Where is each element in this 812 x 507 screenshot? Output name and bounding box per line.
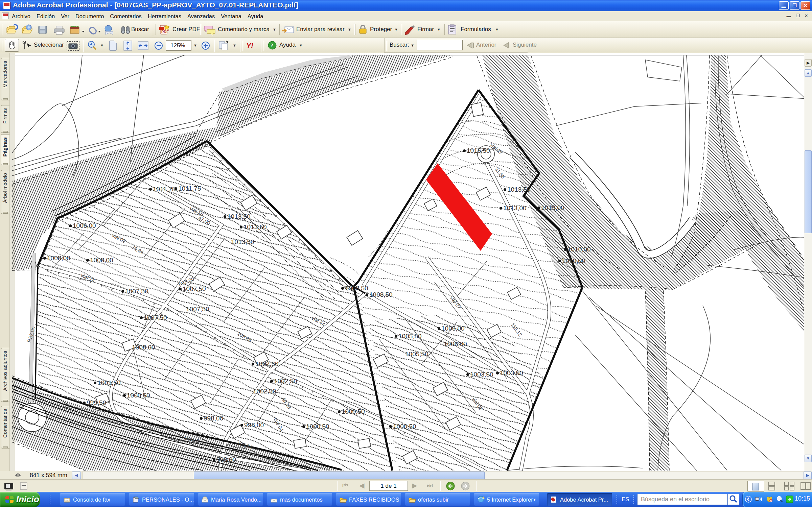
svg-text:1010,00: 1010,00 (567, 246, 591, 253)
svg-text:1002,50: 1002,50 (274, 378, 297, 385)
svg-text:PDF: PDF (161, 30, 169, 34)
svg-text:1005,50: 1005,50 (398, 333, 422, 340)
svg-text:1013,50: 1013,50 (231, 238, 254, 245)
svg-text:1008,00: 1008,00 (47, 255, 70, 262)
svg-text:1007,50: 1007,50 (144, 314, 167, 321)
svg-text:999,50: 999,50 (87, 399, 106, 406)
svg-text:1007,50: 1007,50 (186, 306, 209, 313)
svg-text:1008,50: 1008,50 (369, 291, 393, 298)
svg-text:1006,00: 1006,00 (73, 222, 96, 229)
svg-text:1013,50: 1013,50 (507, 186, 531, 193)
svg-text:1008,00: 1008,00 (90, 257, 113, 264)
svg-text:1006,00: 1006,00 (444, 340, 467, 347)
svg-text:1010,00: 1010,00 (562, 257, 585, 264)
svg-text:1013,00: 1013,00 (541, 204, 564, 211)
svg-text:1013,00: 1013,00 (503, 204, 527, 212)
svg-text:1003,50: 1003,50 (470, 371, 493, 378)
svg-text:1008,00: 1008,00 (132, 344, 155, 351)
svg-text:1011,75: 1011,75 (178, 185, 201, 192)
svg-text:1011,75: 1011,75 (153, 186, 176, 193)
svg-text:1005,50: 1005,50 (405, 351, 428, 358)
svg-text:998,00: 998,00 (244, 421, 264, 429)
svg-text:1000,50: 1000,50 (306, 423, 329, 430)
svg-text:1002,50: 1002,50 (253, 388, 276, 395)
svg-text:1016,50: 1016,50 (467, 147, 490, 154)
svg-text:1013,50: 1013,50 (243, 223, 267, 231)
svg-text:1000,50: 1000,50 (342, 408, 365, 415)
svg-text:1007,50: 1007,50 (125, 288, 148, 295)
svg-text:998,00: 998,00 (204, 415, 223, 422)
svg-text:1001,50: 1001,50 (97, 379, 121, 386)
svg-text:1008,50: 1008,50 (345, 285, 368, 292)
svg-text:1000,50: 1000,50 (393, 423, 416, 430)
svg-text:998,00: 998,00 (216, 456, 236, 463)
svg-text:?: ? (271, 43, 273, 48)
svg-text:1003,50: 1003,50 (500, 369, 523, 377)
svg-text:1000,50: 1000,50 (127, 392, 150, 399)
svg-text:1007,50: 1007,50 (183, 285, 206, 292)
svg-text:1013,50: 1013,50 (227, 213, 251, 220)
svg-text:1002,50: 1002,50 (255, 360, 279, 367)
svg-text:1006,00: 1006,00 (441, 325, 465, 332)
